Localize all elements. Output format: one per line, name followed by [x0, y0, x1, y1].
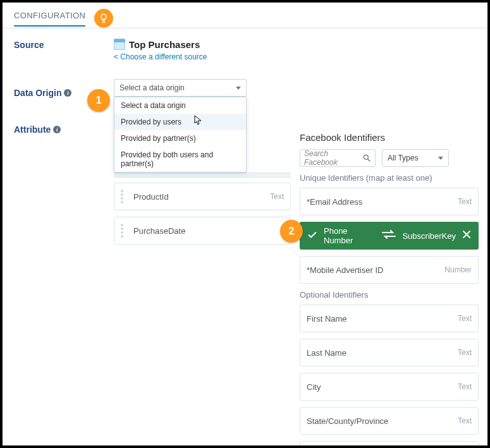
data-extension-icon [114, 39, 125, 50]
tab-configuration[interactable]: CONFIGURATION [14, 11, 85, 27]
target-attribute-row[interactable]: City Text [300, 373, 479, 401]
label-attribute: Attribute i [14, 124, 102, 135]
drag-handle-icon[interactable] [121, 224, 127, 238]
source-attribute-row[interactable]: ProductId Text [114, 183, 291, 210]
dropdown-option[interactable]: Provided by users [114, 114, 246, 130]
remove-mapping-icon[interactable] [462, 230, 471, 241]
data-origin-select[interactable]: Select a data origin [114, 79, 247, 97]
target-attribute-row[interactable]: *Email Address Text [300, 188, 479, 215]
unique-identifiers-heading: Unique Identifiers (map at least one) [300, 173, 479, 183]
drag-handle-icon[interactable] [121, 190, 127, 203]
cursor-icon [194, 115, 203, 127]
search-icon [362, 154, 371, 162]
svg-line-3 [368, 159, 371, 162]
tips-icon[interactable] [94, 9, 113, 28]
step-badge-2: 2 [280, 220, 303, 243]
info-icon[interactable]: i [53, 126, 61, 133]
svg-point-2 [364, 155, 368, 159]
dropdown-option[interactable]: Select a data origin [114, 97, 246, 114]
data-origin-dropdown: Select a data origin Provided by users P… [114, 97, 247, 173]
check-icon [307, 230, 317, 242]
mapped-pair[interactable]: Phone Number SubscriberKey [300, 222, 479, 250]
step-badge-1: 1 [87, 89, 110, 112]
type-filter-select[interactable]: All Types [382, 149, 449, 167]
target-attribute-row[interactable]: State/County/Province Text [300, 407, 479, 435]
target-attribute-row[interactable]: *Mobile Advertiser ID Number [300, 256, 479, 284]
choose-different-source-link[interactable]: < Choose a different source [114, 52, 207, 61]
target-attribute-row[interactable]: Last Name Text [300, 339, 479, 366]
optional-identifiers-heading: Optional Identifiers [300, 290, 479, 300]
swap-icon [382, 230, 396, 241]
info-icon[interactable]: i [64, 89, 71, 97]
label-source: Source [14, 40, 102, 50]
target-schema-title: Facebook Identifiers [300, 132, 479, 143]
source-name: Top Purchasers [129, 39, 200, 50]
search-target-input[interactable]: Search Facebook [300, 149, 376, 167]
chevron-down-icon [236, 87, 241, 90]
source-attribute-row[interactable]: PurchaseDate 2 [114, 217, 291, 245]
chevron-down-icon [438, 157, 443, 160]
dropdown-option[interactable]: Provided by partner(s) [114, 130, 246, 147]
target-attribute-row[interactable]: First Name Text [300, 305, 479, 332]
dropdown-option[interactable]: Provided by both users and partner(s) [114, 147, 246, 172]
target-attribute-row[interactable]: Zip Code/Postal Code Text [300, 441, 479, 448]
